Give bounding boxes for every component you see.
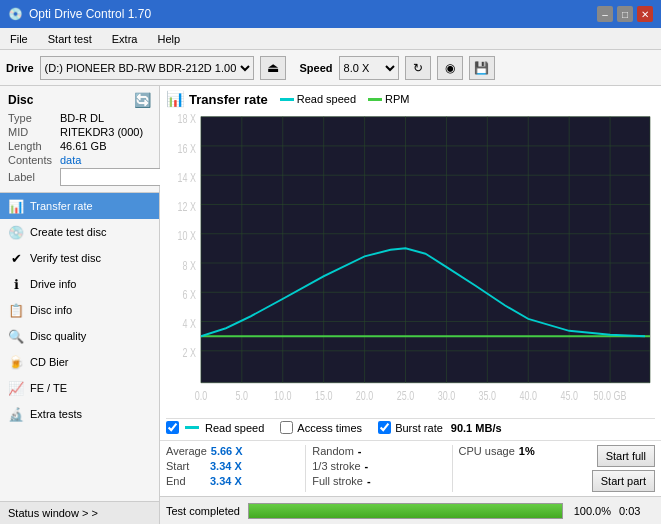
nav-menu: 📊 Transfer rate 💿 Create test disc ✔ Ver… [0,193,159,501]
toolbar: Drive (D:) PIONEER BD-RW BDR-212D 1.00 ⏏… [0,50,661,86]
svg-text:6 X: 6 X [182,288,195,302]
minimize-button[interactable]: – [597,6,613,22]
svg-text:40.0: 40.0 [520,389,538,403]
stats-col-3: CPU usage 1% [459,445,592,492]
status-text: Test completed [166,505,240,517]
drive-select[interactable]: (D:) PIONEER BD-RW BDR-212D 1.00 [40,56,254,80]
status-window-label: Status window > > [8,507,98,519]
status-window-button[interactable]: Status window > > [0,501,159,524]
chart-header: 📊 Transfer rate Read speed RPM [166,90,655,108]
nav-label-cd-bier: CD Bier [30,356,69,368]
fe-te-icon: 📈 [8,380,24,396]
nav-item-cd-bier[interactable]: 🍺 CD Bier [0,349,159,375]
stats-divider-1 [305,445,306,492]
stats-average-val: 5.66 X [211,445,243,457]
menu-extra[interactable]: Extra [106,31,144,47]
stats-random-row: Random - [312,445,445,457]
legend-read-speed-label: Read speed [297,93,356,105]
menu-help[interactable]: Help [151,31,186,47]
svg-text:30.0: 30.0 [438,389,456,403]
sidebar: Disc 🔄 Type BD-R DL MID RITEKDR3 (000) L… [0,86,160,524]
cb-burst-rate-item: Burst rate 90.1 MB/s [378,421,501,434]
disc-panel-title: Disc [8,93,33,107]
speed-label: Speed [300,62,333,74]
chart-svg: 18 X 16 X 14 X 12 X 10 X 8 X 6 X 4 X 2 X… [166,110,655,416]
nav-item-extra-tests[interactable]: 🔬 Extra tests [0,401,159,427]
verify-test-disc-icon: ✔ [8,250,24,266]
titlebar-left: 💿 Opti Drive Control 1.70 [8,7,151,21]
disc-icon-btn[interactable]: 🔄 [134,92,151,108]
app-title: Opti Drive Control 1.70 [29,7,151,21]
legend-read-speed: Read speed [280,93,356,105]
nav-item-disc-quality[interactable]: 🔍 Disc quality [0,323,159,349]
disc-type-val: BD-R DL [60,112,104,124]
stats-start-val: 3.34 X [210,460,242,472]
svg-text:10 X: 10 X [177,229,195,243]
titlebar: 💿 Opti Drive Control 1.70 – □ ✕ [0,0,661,28]
progress-text: 100.0% [571,505,611,517]
start-full-button[interactable]: Start full [597,445,655,467]
svg-text:2 X: 2 X [182,346,195,360]
nav-label-disc-quality: Disc quality [30,330,86,342]
nav-label-create-test-disc: Create test disc [30,226,106,238]
svg-text:14 X: 14 X [177,171,195,185]
svg-text:10.0: 10.0 [274,389,292,403]
disc-label-row: Label 🖊 [8,168,151,186]
stats-stroke1-key: 1/3 stroke [312,460,360,472]
stats-start-key: Start [166,460,206,472]
svg-text:4 X: 4 X [182,317,195,331]
stats-end-key: End [166,475,206,487]
disc-panel-header: Disc 🔄 [8,92,151,108]
eject-button[interactable]: ⏏ [260,56,286,80]
svg-text:0.0: 0.0 [195,389,208,403]
svg-text:12 X: 12 X [177,200,195,214]
cb-read-speed-item: Read speed [166,421,264,434]
disc-length-row: Length 46.61 GB [8,140,151,152]
menu-file[interactable]: File [4,31,34,47]
nav-item-verify-test-disc[interactable]: ✔ Verify test disc [0,245,159,271]
stats-cpu-val: 1% [519,445,535,457]
nav-item-create-test-disc[interactable]: 💿 Create test disc [0,219,159,245]
burn-button[interactable]: ◉ [437,56,463,80]
drive-label: Drive [6,62,34,74]
nav-item-disc-info[interactable]: 📋 Disc info [0,297,159,323]
stats-fullstroke-val: - [367,475,371,487]
stats-col-1: Average 5.66 X Start 3.34 X End 3.34 X [166,445,299,492]
cb-access-times-item: Access times [280,421,362,434]
svg-text:25.0: 25.0 [397,389,415,403]
cb-access-times[interactable] [280,421,293,434]
cb-burst-rate-label: Burst rate [395,422,443,434]
refresh-button[interactable]: ↻ [405,56,431,80]
stats-buttons: Start full Start part [592,445,655,492]
menubar: File Start test Extra Help [0,28,661,50]
speed-select[interactable]: 8.0 X MAX 6.0 X 4.0 X 2.0 X [339,56,399,80]
menu-start-test[interactable]: Start test [42,31,98,47]
main: Disc 🔄 Type BD-R DL MID RITEKDR3 (000) L… [0,86,661,524]
nav-item-drive-info[interactable]: ℹ Drive info [0,271,159,297]
disc-mid-val: RITEKDR3 (000) [60,126,143,138]
nav-item-fe-te[interactable]: 📈 FE / TE [0,375,159,401]
start-part-button[interactable]: Start part [592,470,655,492]
save-button[interactable]: 💾 [469,56,495,80]
nav-label-fe-te: FE / TE [30,382,67,394]
close-button[interactable]: ✕ [637,6,653,22]
stats-fullstroke-row: Full stroke - [312,475,445,487]
titlebar-controls: – □ ✕ [597,6,653,22]
cb-burst-rate[interactable] [378,421,391,434]
nav-item-transfer-rate[interactable]: 📊 Transfer rate [0,193,159,219]
svg-text:50.0 GB: 50.0 GB [594,389,627,403]
disc-length-val: 46.61 GB [60,140,106,152]
stats-cpu-key: CPU usage [459,445,515,457]
stats-cpu-row: CPU usage 1% [459,445,592,457]
chart-checkboxes: Read speed Access times Burst rate 90.1 … [166,418,655,436]
stats-average-key: Average [166,445,207,457]
statusbar: Test completed 100.0% 0:03 [160,496,661,524]
maximize-button[interactable]: □ [617,6,633,22]
disc-label-key: Label [8,171,60,183]
svg-text:15.0: 15.0 [315,389,333,403]
disc-type-key: Type [8,112,60,124]
svg-text:45.0: 45.0 [560,389,578,403]
stats-random-val: - [358,445,362,457]
svg-text:35.0: 35.0 [479,389,497,403]
cb-read-speed[interactable] [166,421,179,434]
